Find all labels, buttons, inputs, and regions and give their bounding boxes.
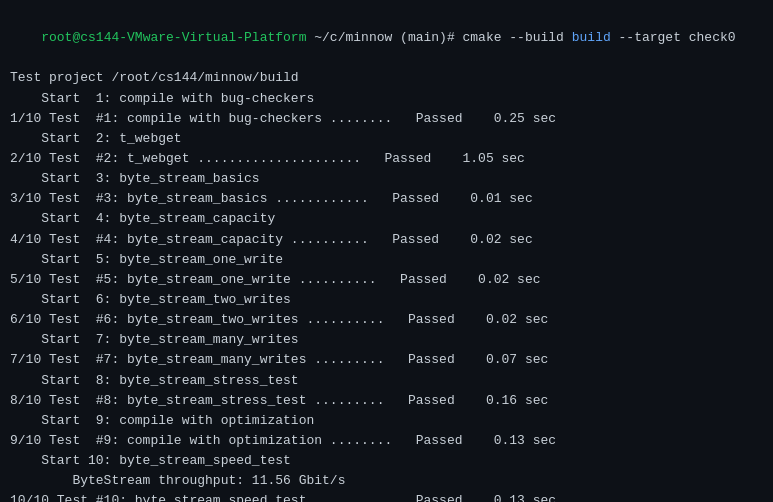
output-line: 2/10 Test #2: t_webget .................… bbox=[10, 149, 763, 169]
output-line: 10/10 Test #10: byte_stream_speed_test .… bbox=[10, 491, 763, 502]
command-line: root@cs144-VMware-Virtual-Platform ~/c/m… bbox=[10, 8, 763, 68]
output-line: 8/10 Test #8: byte_stream_stress_test ..… bbox=[10, 391, 763, 411]
passed-badge: Passed bbox=[384, 151, 431, 166]
prompt-path: ~/c/minnow bbox=[306, 30, 400, 45]
output-line: 1/10 Test #1: compile with bug-checkers … bbox=[10, 109, 763, 129]
output-line: Start 5: byte_stream_one_write bbox=[10, 250, 763, 270]
output-line: Start 4: byte_stream_capacity bbox=[10, 209, 763, 229]
output-line: 7/10 Test #7: byte_stream_many_writes ..… bbox=[10, 350, 763, 370]
prompt-hash: # cmake --build bbox=[447, 30, 572, 45]
output-line: 5/10 Test #5: byte_stream_one_write ....… bbox=[10, 270, 763, 290]
output-line: Start 8: byte_stream_stress_test bbox=[10, 371, 763, 391]
output-line: Start 6: byte_stream_two_writes bbox=[10, 290, 763, 310]
passed-badge: Passed bbox=[392, 191, 439, 206]
output-line: Start 9: compile with optimization bbox=[10, 411, 763, 431]
passed-badge: Passed bbox=[392, 232, 439, 247]
passed-badge: Passed bbox=[400, 272, 447, 287]
cmd-target: --target check0 bbox=[611, 30, 736, 45]
passed-badge: Passed bbox=[416, 493, 463, 502]
passed-badge: Passed bbox=[408, 352, 455, 367]
output-line: Start 10: byte_stream_speed_test bbox=[10, 451, 763, 471]
passed-badge: Passed bbox=[408, 312, 455, 327]
output-line: ByteStream throughput: 11.56 Gbit/s bbox=[10, 471, 763, 491]
prompt-user: root@cs144-VMware-Virtual-Platform bbox=[41, 30, 306, 45]
output-line: Start 7: byte_stream_many_writes bbox=[10, 330, 763, 350]
output-line: 3/10 Test #3: byte_stream_basics .......… bbox=[10, 189, 763, 209]
cmd-build-arg: build bbox=[572, 30, 611, 45]
output-container: Test project /root/cs144/minnow/build St… bbox=[10, 68, 763, 502]
prompt-branch: (main) bbox=[400, 30, 447, 45]
output-line: 9/10 Test #9: compile with optimization … bbox=[10, 431, 763, 451]
output-line: Start 1: compile with bug-checkers bbox=[10, 89, 763, 109]
output-line: 6/10 Test #6: byte_stream_two_writes ...… bbox=[10, 310, 763, 330]
output-line: Start 3: byte_stream_basics bbox=[10, 169, 763, 189]
terminal-window: root@cs144-VMware-Virtual-Platform ~/c/m… bbox=[10, 8, 763, 502]
output-line: Test project /root/cs144/minnow/build bbox=[10, 68, 763, 88]
passed-badge: Passed bbox=[416, 111, 463, 126]
output-line: 4/10 Test #4: byte_stream_capacity .....… bbox=[10, 230, 763, 250]
passed-badge: Passed bbox=[416, 433, 463, 448]
passed-badge: Passed bbox=[408, 393, 455, 408]
output-line: Start 2: t_webget bbox=[10, 129, 763, 149]
